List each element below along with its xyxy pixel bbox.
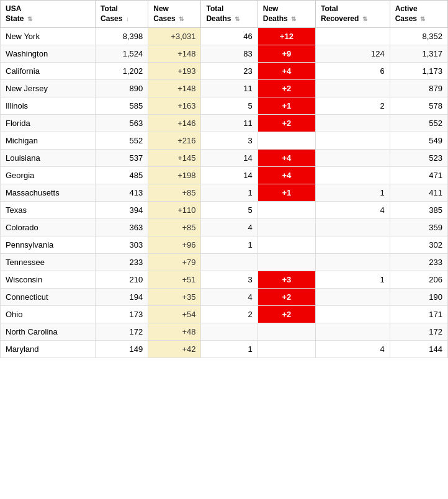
- column-header-totalDeaths[interactable]: TotalDeaths ⇅: [201, 1, 258, 28]
- table-row: Texas394+11054385: [1, 202, 448, 219]
- total-recovered: [316, 28, 390, 45]
- total-cases: 394: [96, 202, 148, 219]
- active-cases: 206: [390, 271, 447, 289]
- new-deaths: +1: [258, 97, 315, 115]
- table-row: Michigan552+2163549: [1, 132, 448, 150]
- state-name: Wisconsin: [1, 271, 96, 289]
- sort-icon[interactable]: ↓: [126, 15, 129, 23]
- total-deaths: [201, 254, 258, 271]
- total-deaths: 1: [201, 184, 258, 202]
- state-name: Colorado: [1, 219, 96, 236]
- new-cases: +110: [148, 202, 201, 219]
- active-cases: 879: [390, 80, 447, 97]
- active-cases: 1,173: [390, 63, 447, 80]
- new-cases: +198: [148, 167, 201, 184]
- table-row: Maryland149+4214144: [1, 341, 448, 358]
- state-name: Michigan: [1, 132, 96, 150]
- table-row: Pennsylvania303+961302: [1, 236, 448, 254]
- sort-icon[interactable]: ⇅: [362, 15, 367, 23]
- total-recovered: [316, 167, 390, 184]
- total-cases: 585: [96, 97, 148, 115]
- total-cases: 149: [96, 341, 148, 358]
- total-cases: 563: [96, 115, 148, 132]
- total-deaths: 3: [201, 271, 258, 289]
- active-cases: 302: [390, 236, 447, 254]
- column-header-newCases[interactable]: NewCases ⇅: [148, 1, 201, 28]
- total-recovered: 1: [316, 184, 390, 202]
- new-cases: +145: [148, 150, 201, 167]
- new-cases: +96: [148, 236, 201, 254]
- total-cases: 303: [96, 236, 148, 254]
- new-cases: +148: [148, 80, 201, 97]
- state-name: Illinois: [1, 97, 96, 115]
- active-cases: 8,352: [390, 28, 447, 45]
- active-cases: 471: [390, 167, 447, 184]
- new-deaths: +2: [258, 115, 315, 132]
- total-recovered: 4: [316, 202, 390, 219]
- total-cases: 172: [96, 323, 148, 341]
- state-name: Maryland: [1, 341, 96, 358]
- sort-icon[interactable]: ⇅: [420, 15, 425, 23]
- state-name: Texas: [1, 202, 96, 219]
- table-row: Wisconsin210+513+31206: [1, 271, 448, 289]
- column-header-totalCases[interactable]: TotalCases ↓: [96, 1, 148, 28]
- total-deaths: 5: [201, 97, 258, 115]
- total-recovered: [316, 132, 390, 150]
- column-header-activeCases[interactable]: ActiveCases ⇅: [390, 1, 447, 28]
- total-recovered: [316, 80, 390, 97]
- column-header-state[interactable]: USAState ⇅: [1, 1, 96, 28]
- column-header-newDeaths[interactable]: NewDeaths ⇅: [258, 1, 315, 28]
- state-name: Massachusetts: [1, 184, 96, 202]
- new-deaths: +12: [258, 28, 315, 45]
- total-recovered: 2: [316, 97, 390, 115]
- table-row: Florida563+14611+2552: [1, 115, 448, 132]
- table-row: Georgia485+19814+4471: [1, 167, 448, 184]
- table-row: Tennessee233+79233: [1, 254, 448, 271]
- total-cases: 233: [96, 254, 148, 271]
- total-cases: 1,524: [96, 45, 148, 63]
- total-deaths: 1: [201, 341, 258, 358]
- total-cases: 552: [96, 132, 148, 150]
- sort-icon[interactable]: ⇅: [27, 15, 32, 23]
- total-deaths: 4: [201, 289, 258, 306]
- total-cases: 194: [96, 289, 148, 306]
- new-deaths: [258, 254, 315, 271]
- total-cases: 210: [96, 271, 148, 289]
- sort-icon[interactable]: ⇅: [291, 15, 296, 23]
- state-name: New Jersey: [1, 80, 96, 97]
- table-row: Colorado363+854359: [1, 219, 448, 236]
- new-deaths: +4: [258, 167, 315, 184]
- total-deaths: [201, 323, 258, 341]
- new-deaths: [258, 132, 315, 150]
- active-cases: 359: [390, 219, 447, 236]
- total-recovered: [316, 254, 390, 271]
- state-name: Florida: [1, 115, 96, 132]
- new-cases: +51: [148, 271, 201, 289]
- total-cases: 485: [96, 167, 148, 184]
- total-deaths: 83: [201, 45, 258, 63]
- new-deaths: [258, 236, 315, 254]
- total-deaths: 46: [201, 28, 258, 45]
- table-row: Washington1,524+14883+91241,317: [1, 45, 448, 63]
- state-name: Pennsylvania: [1, 236, 96, 254]
- new-cases: +79: [148, 254, 201, 271]
- total-deaths: 11: [201, 80, 258, 97]
- total-recovered: 1: [316, 271, 390, 289]
- column-header-totalRecovered[interactable]: TotalRecovered ⇅: [316, 1, 390, 28]
- new-deaths: [258, 202, 315, 219]
- total-recovered: [316, 115, 390, 132]
- active-cases: 190: [390, 289, 447, 306]
- total-deaths: 2: [201, 306, 258, 323]
- table-row: Connecticut194+354+2190: [1, 289, 448, 306]
- sort-icon[interactable]: ⇅: [235, 15, 240, 23]
- new-deaths: +2: [258, 289, 315, 306]
- total-cases: 1,202: [96, 63, 148, 80]
- new-deaths: +9: [258, 45, 315, 63]
- total-cases: 173: [96, 306, 148, 323]
- sort-icon[interactable]: ⇅: [179, 15, 184, 23]
- table-row: New Jersey890+14811+2879: [1, 80, 448, 97]
- new-cases: +85: [148, 184, 201, 202]
- total-cases: 413: [96, 184, 148, 202]
- new-cases: +193: [148, 63, 201, 80]
- total-deaths: 11: [201, 115, 258, 132]
